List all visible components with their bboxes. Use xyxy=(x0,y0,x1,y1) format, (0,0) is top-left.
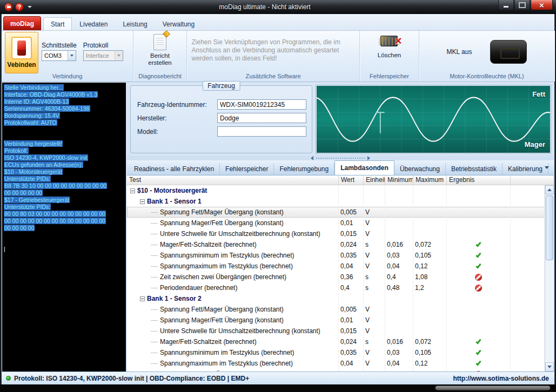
table-row[interactable]: Bank 1 - Sensor 1 xyxy=(127,196,545,207)
table-row[interactable]: Untere Schwelle für Umschaltzeitberechnu… xyxy=(127,326,545,336)
cell-wert: 0,015 xyxy=(339,326,364,336)
cell-filler xyxy=(511,250,545,261)
vertical-scrollbar[interactable] xyxy=(545,185,554,371)
table-row[interactable]: Spannungsminimum im Testzyklus (berechne… xyxy=(127,347,545,358)
protocol-select[interactable]: Interface xyxy=(83,50,123,61)
connect-button[interactable]: Vebinden xyxy=(5,32,38,73)
clear-dtc-button[interactable]: × Löschen xyxy=(367,34,412,58)
cell-minimum: 0,04 xyxy=(385,261,413,272)
tree-branch-line xyxy=(151,288,158,288)
splitter-left-icon xyxy=(311,156,313,160)
vehicle-field-input[interactable] xyxy=(217,99,306,110)
column-maximum[interactable]: Maximum xyxy=(413,175,447,185)
tree-branch-line xyxy=(151,266,158,267)
table-row[interactable]: Spannung Fett/Mager Übergang (konstant) … xyxy=(127,304,545,315)
cell-maximum: 1,2 xyxy=(413,282,447,293)
column-ergebnis[interactable]: Ergebnis xyxy=(447,175,511,185)
close-button[interactable] xyxy=(531,0,553,10)
cell-maximum: 0,105 xyxy=(413,347,447,358)
group-label-mkl: Motor-Kontrollleuchte (MKL) xyxy=(419,73,554,82)
tree-collapse-icon[interactable] xyxy=(130,188,135,193)
cell-maximum xyxy=(413,196,447,207)
bottom-scrollbar-thumb[interactable] xyxy=(435,386,551,390)
column-wert[interactable]: Wert xyxy=(339,175,364,185)
ribbon-tab[interactable]: Start xyxy=(43,17,72,30)
com-port-select[interactable]: COM3 xyxy=(42,50,76,61)
table-row[interactable]: Periodendauer (berechnet) 0,4 s 0,48 1,2 xyxy=(127,282,545,293)
scroll-up-icon[interactable] xyxy=(545,185,554,194)
cell-minimum xyxy=(385,304,413,315)
splitter-handle[interactable] xyxy=(127,156,554,160)
vehicle-field-input[interactable] xyxy=(217,113,306,123)
log-line xyxy=(4,133,125,140)
app-menu-button[interactable]: moDiag xyxy=(3,16,41,30)
report-button[interactable]: Bericht erstellen xyxy=(138,34,182,66)
result-tab[interactable]: Betriebsstatistik xyxy=(446,163,503,175)
group-verbindung: Vebinden Schnittstelle COM3 Protokoll In… xyxy=(2,31,133,82)
column-test[interactable]: Test xyxy=(127,175,339,185)
minimize-button[interactable] xyxy=(498,0,514,10)
table-row[interactable]: Mager/Fett-Schaltzeit (berechnet) 0,024 … xyxy=(127,336,545,347)
log-line: Stelle Verbindung her... xyxy=(4,84,125,91)
cell-ergebnis xyxy=(447,228,511,239)
ribbon-tab[interactable]: Leistung xyxy=(115,17,155,30)
table-row[interactable]: Bank 1 - Sensor 2 xyxy=(127,293,545,304)
ribbon-tab[interactable]: Livedaten xyxy=(72,17,115,30)
app-window: ? moDiag ultimate - Nicht aktiviert moDi… xyxy=(0,0,556,392)
tree-branch-line xyxy=(151,277,158,278)
connect-quick-icon[interactable] xyxy=(4,3,13,11)
cell-einheit: V xyxy=(364,218,385,228)
maximize-button[interactable] xyxy=(514,0,530,10)
table-row[interactable]: Untere Schwelle für Umschaltzeitberechnu… xyxy=(127,228,545,239)
cell-maximum xyxy=(413,315,447,326)
scroll-down-icon[interactable] xyxy=(545,362,554,371)
quick-access-caret-icon[interactable] xyxy=(28,6,32,8)
cell-test: Spannungsminimum im Testzyklus (berechne… xyxy=(127,250,339,261)
tree-collapse-icon[interactable] xyxy=(140,296,145,301)
software-dropzone-text[interactable]: Ziehen Sie Verknüpfungen von Programmen,… xyxy=(192,38,355,63)
table-row[interactable]: Spannung Fett/Mager Übergang (konstant) … xyxy=(127,207,545,218)
cell-filler xyxy=(511,304,545,315)
tab-overflow-button[interactable] xyxy=(542,163,552,172)
cell-ergebnis xyxy=(447,250,511,261)
cell-minimum: 0,03 xyxy=(385,250,413,261)
table-row[interactable]: Spannung Mager/Fett Übergang (konstant) … xyxy=(127,315,545,326)
result-tab[interactable]: Fehlerumgebung xyxy=(274,163,334,175)
column-minimum[interactable]: Minimum xyxy=(385,175,413,185)
tree-collapse-icon[interactable] xyxy=(140,199,145,204)
table-row[interactable]: $10 - Motorsteuergerät xyxy=(127,185,545,196)
connection-log[interactable]: Stelle Verbindung her... Interface: OBD-… xyxy=(2,83,126,371)
vehicle-field-input[interactable] xyxy=(217,126,306,137)
help-icon[interactable]: ? xyxy=(15,3,24,11)
cell-test: Spannung Fett/Mager Übergang (konstant) xyxy=(127,207,339,218)
group-zusaetzliche-software: Ziehen Sie Verknüpfungen von Programmen,… xyxy=(187,31,360,82)
cell-filler xyxy=(511,358,545,369)
group-label-software: Zusätzliche Software xyxy=(187,73,359,82)
ribbon-tab[interactable]: Verwaltung xyxy=(155,17,202,30)
result-tab[interactable]: Lambdasonden xyxy=(334,160,394,175)
table-row[interactable]: Spannung Mager/Fett Übergang (konstant) … xyxy=(127,218,545,228)
cell-minimum: 0,4 xyxy=(385,272,413,282)
cell-minimum xyxy=(385,196,413,207)
scrollbar-thumb[interactable] xyxy=(546,195,553,260)
status-bar: Protokoll: ISO 14230-4, KWP2000-slow ini… xyxy=(2,371,554,384)
result-tab[interactable]: Fehlerspeicher xyxy=(220,163,274,175)
result-tab[interactable]: Überwachung xyxy=(394,163,446,175)
cell-maximum: 0,12 xyxy=(413,261,447,272)
cell-test: Bank 1 - Sensor 1 xyxy=(127,196,339,207)
table-row[interactable]: Mager/Fett-Schaltzeit (berechnet) 0,024 … xyxy=(127,239,545,250)
table-row[interactable]: Spannungmaximum im Testzyklus (berechnet… xyxy=(127,358,545,369)
cell-maximum xyxy=(413,185,447,196)
table-row[interactable]: Zeit zwischen zwei Übergängen (berechnet… xyxy=(127,272,545,282)
result-tabstrip: Readiness - alle Fahrzyklen Fehlerspeich… xyxy=(127,160,554,175)
table-row[interactable]: Spannungmaximum im Testzyklus (berechnet… xyxy=(127,261,545,272)
cell-wert: 0,005 xyxy=(339,304,364,315)
table-row[interactable]: Spannungsminimum im Testzyklus (berechne… xyxy=(127,250,545,261)
result-tab[interactable]: Readiness - alle Fahrzyklen xyxy=(129,163,220,175)
cell-filler xyxy=(511,293,545,304)
status-website-link[interactable]: http://www.sotima-solutions.de xyxy=(453,375,554,382)
column-einheit[interactable]: Einheit xyxy=(364,175,385,185)
cell-wert: 0,024 xyxy=(339,239,364,250)
cell-ergebnis xyxy=(447,326,511,336)
window-controls xyxy=(498,0,556,10)
